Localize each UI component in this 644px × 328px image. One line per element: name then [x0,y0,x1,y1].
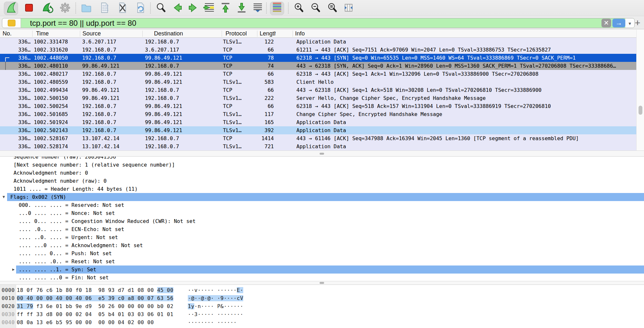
scrollbar-thumb[interactable] [639,106,642,115]
packet-row[interactable]: 336…1002.52817413.107.42.14192.168.0.7TL… [0,142,636,150]
detail-line[interactable]: ▼Flags: 0x002 (SYN) [0,193,644,201]
hex-row[interactable]: 0030ff ff 33 d8 00 00 02 04 05 b4 01 03 … [0,310,644,318]
stop-capture-button[interactable] [22,2,36,15]
filter-clear-button[interactable]: ✕ [601,19,611,27]
packet-list-scrollbar[interactable] [636,30,644,150]
hex-byte-column[interactable]: 00 40 00 00 40 00 40 06 e5 39 c0 a8 00 0… [17,294,173,302]
hex-bytes: ff ff 33 d8 00 00 02 04 05 b4 01 03 03 0… [17,311,173,317]
detail-line[interactable]: Sequence number (raw): 2005041556 [0,157,644,161]
colorize-button[interactable] [270,2,284,15]
detail-line[interactable]: .... ..0. .... = Urgent: Not set [0,233,644,241]
filter-bookmark-button[interactable] [2,18,21,28]
detail-line[interactable]: ▶.... .... ..1. = Syn: Set [0,265,644,274]
go-first-button[interactable] [218,2,233,15]
packet-row[interactable]: 336…1002.501924192.168.0.799.86.49.121TL… [0,118,636,126]
hex-row[interactable]: 001000 40 00 00 40 00 40 06 e5 39 c0 a8 … [0,294,644,302]
column-separator[interactable] [142,31,143,37]
detail-line[interactable]: .... .... ...0 = Fin: Not set [0,274,644,281]
column-separator[interactable] [80,31,80,37]
display-filter-input[interactable]: tcp.port == 80 || udp.port == 80 ✕ → ▾ [2,18,635,28]
packet-row[interactable]: 336…1002.52816713.107.42.14192.168.0.7TC… [0,134,636,142]
hex-row[interactable]: 002031 79 f3 6e 01 bb 9e d9 50 26 00 00 … [0,302,644,310]
column-separator[interactable] [32,31,33,37]
hex-ascii-column[interactable]: ········ ······ [188,318,237,326]
packet-row[interactable]: 336…1002.49943499.86.49.121192.168.0.7TC… [0,86,636,94]
hex-row[interactable]: 000018 0f 76 c6 1b 80 f0 18 98 93 d7 d1 … [0,286,644,294]
splitter-handle-icon[interactable] [320,282,324,284]
detail-line[interactable]: Acknowledgment number (raw): 0 [0,177,644,185]
detail-line[interactable]: 1011 .... = Header Length: 44 bytes (11) [0,185,644,193]
go-to-packet-button[interactable] [202,2,216,15]
autoscroll-icon [251,1,264,15]
column-header-length[interactable]: Length [260,30,276,38]
zoom-reset-button[interactable] [325,2,340,15]
detail-line[interactable]: [Next sequence number: 1 (relative seque… [0,161,644,169]
detail-line[interactable]: .... .... 0... = Push: Not set [0,249,644,257]
expander-closed-icon[interactable]: ▶ [12,265,14,274]
detail-line[interactable]: .... .0.. .... = ECN-Echo: Not set [0,225,644,233]
resize-columns-button[interactable] [341,2,356,15]
column-separator[interactable] [257,31,257,37]
column-header-info[interactable]: Info [295,30,392,38]
packet-row[interactable]: 336…1002.502143192.168.0.799.86.49.121TL… [0,126,636,134]
go-last-button[interactable] [235,2,249,15]
capture-options-button[interactable] [58,2,72,15]
reload-file-button[interactable] [133,2,148,15]
close-file-button[interactable] [115,2,130,15]
go-forward-button[interactable] [186,2,200,15]
start-capture-button[interactable] [4,2,18,15]
auto-scroll-button[interactable] [251,2,265,15]
hex-byte-column[interactable]: 31 79 f3 6e 01 bb 9e d9 50 26 00 00 00 0… [17,302,173,310]
packet-row[interactable]: 336…1002.448050192.168.0.799.86.49.121TC… [0,54,636,62]
filter-apply-button[interactable]: → [612,19,625,27]
zoom-out-button[interactable] [309,2,323,15]
packet-row[interactable]: 336…1002.480217192.168.0.799.86.49.121TC… [0,70,636,78]
detail-line[interactable]: 000. .... .... = Reserved: Not set [0,201,644,209]
packet-row[interactable]: 336…1002.501685192.168.0.799.86.49.121TL… [0,110,636,118]
hex-byte-column[interactable]: 18 0f 76 c6 1b 80 f0 18 98 93 d7 d1 08 0… [17,286,173,294]
packet-row[interactable]: 336…1002.500254192.168.0.799.86.49.121TC… [0,102,636,110]
detail-line[interactable]: Acknowledgment number: 0 [0,169,644,177]
hex-ascii-column[interactable]: 1y·n···· P&······ [188,302,243,310]
column-separator[interactable] [293,31,293,37]
packet-row[interactable]: 336…1002.3314783.6.207.117192.168.0.7TLS… [0,38,636,46]
detail-line[interactable]: .... ...0 .... = Acknowledgment: Not set [0,241,644,249]
column-header-source[interactable]: Source [82,30,140,38]
packet-list-header[interactable]: No.TimeSourceDestinationProtocolLengthIn… [0,30,644,38]
packet-source: 192.168.0.7 [82,110,116,118]
splitter-handle-icon[interactable] [320,153,324,155]
detail-line[interactable]: .... 0... .... = Congestion Window Reduc… [0,217,644,225]
open-file-button[interactable] [79,2,93,15]
filter-add-button[interactable]: + [634,17,641,28]
save-file-button[interactable]: 01010 01101 01010 [97,2,111,15]
column-header-time[interactable]: Time [36,30,78,38]
close-document-icon [116,1,129,15]
toolbar-separator [288,3,289,14]
zoom-in-button[interactable] [292,2,306,15]
detail-line[interactable]: .... .... .0.. = Reset: Not set [0,257,644,265]
pane-splitter-2[interactable] [0,281,644,285]
detail-line[interactable]: ...0 .... .... = Nonce: Not set [0,209,644,217]
packet-row[interactable]: 336…1002.480559192.168.0.799.86.49.121TL… [0,78,636,86]
packet-row[interactable]: 336…1002.48011099.86.49.121192.168.0.7TC… [0,62,636,70]
expander-open-icon[interactable]: ▼ [3,193,5,201]
hex-ascii-column[interactable]: ··v····· ······E· [188,286,243,294]
column-header-destination[interactable]: Destination [154,30,218,38]
column-header-protocol[interactable]: Protocol [226,30,255,38]
packet-row[interactable]: 336…1002.50015099.86.49.121192.168.0.7TL… [0,94,636,102]
hex-row[interactable]: 004008 0a 13 e6 b5 95 00 00 00 00 04 02 … [0,318,644,326]
hex-byte-column[interactable]: 08 0a 13 e6 b5 95 00 00 00 00 04 02 00 0… [17,318,154,326]
hex-ascii-column[interactable]: ·@··@·@· ·9····cV [188,294,243,302]
find-packet-button[interactable] [154,2,168,15]
pane-splitter-1[interactable] [0,150,644,157]
filter-dropdown-button[interactable]: ▾ [625,18,634,28]
packet-protocol: TCP [223,62,232,70]
hex-byte-column[interactable]: ff ff 33 d8 00 00 02 04 05 b4 01 03 03 0… [17,310,173,318]
go-back-button[interactable] [170,2,184,15]
restart-capture-button[interactable] [40,2,54,15]
column-separator[interactable] [222,31,222,37]
display-filter-text[interactable]: tcp.port == 80 || udp.port == 80 [21,19,601,28]
packet-row[interactable]: 336…1002.331620192.168.0.73.6.207.117TCP… [0,46,636,54]
column-header-no[interactable]: No. [3,30,31,38]
hex-ascii-column[interactable]: ··3····· ········ [188,310,243,318]
